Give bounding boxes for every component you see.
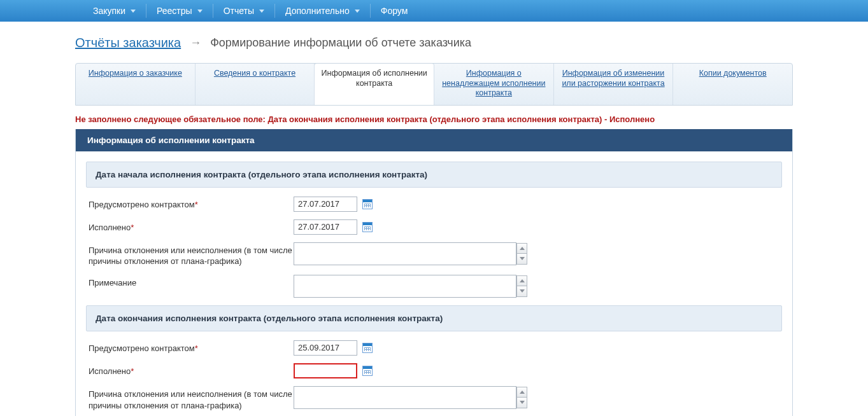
- chevron-down-icon: [520, 257, 525, 260]
- group-header-start-date: Дата начала исполнения контракта (отдель…: [86, 162, 782, 188]
- breadcrumb: Отчёты заказчика → Формирование информац…: [0, 22, 868, 63]
- tab-info-zakazchik[interactable]: Информация о заказчике: [76, 64, 196, 105]
- nav-label: Форум: [381, 6, 408, 16]
- breadcrumb-current: Формирование информации об отчете заказч…: [210, 36, 471, 50]
- row-end-reason: Причина отклонения или неисполнения (в т…: [86, 382, 782, 415]
- section-header: Информация об исполнении контракта: [76, 129, 792, 151]
- tab-label: Сведения о контракте: [214, 69, 295, 78]
- group-header-end-date: Дата окончания исполнения контракта (отд…: [86, 305, 782, 331]
- nav-item-otchety[interactable]: Отчеты: [217, 0, 271, 22]
- tab-strip: Информация о заказчике Сведения о контра…: [75, 63, 793, 106]
- row-start-planned: Предусмотрено контрактом*: [86, 193, 782, 216]
- row-end-planned: Предусмотрено контрактом*: [86, 336, 782, 359]
- chevron-down-icon: [520, 289, 525, 293]
- field-label: Предусмотрено контрактом*: [86, 197, 294, 211]
- tab-label: Копии документов: [699, 69, 767, 78]
- nav-separator: [213, 4, 213, 18]
- end-reason-textarea[interactable]: [294, 386, 516, 409]
- chevron-down-icon: [520, 401, 525, 404]
- top-nav: Закупки Реестры Отчеты Дополнительно Фор…: [0, 0, 868, 22]
- content-panel: Информация об исполнении контракта Дата …: [75, 129, 793, 416]
- tab-info-izmenenie[interactable]: Информация об изменении или расторжении …: [554, 64, 674, 105]
- start-reason-textarea[interactable]: [294, 242, 516, 265]
- row-start-done: Исполнено*: [86, 216, 782, 239]
- validation-error-message: Не заполнено следующее обязательное поле…: [75, 106, 793, 129]
- scroll-up-button[interactable]: [516, 387, 527, 398]
- tab-label: Информация о ненадлежащем исполнении кон…: [442, 69, 545, 97]
- field-label: Исполнено*: [86, 219, 294, 233]
- start-done-date-input[interactable]: [294, 219, 357, 235]
- tab-label: Информация о заказчике: [89, 69, 182, 78]
- row-start-note: Примечание: [86, 271, 782, 302]
- chevron-down-icon: [197, 10, 203, 13]
- nav-separator: [146, 4, 146, 18]
- nav-item-forum[interactable]: Форум: [374, 0, 418, 22]
- calendar-icon[interactable]: [362, 199, 373, 209]
- field-label: Причина отклонения или неисполнения (в т…: [86, 386, 294, 411]
- nav-label: Отчеты: [224, 6, 254, 16]
- nav-separator: [274, 4, 275, 18]
- row-end-done: Исполнено*: [86, 359, 782, 382]
- breadcrumb-root-link[interactable]: Отчёты заказчика: [75, 36, 181, 50]
- tab-kopii-dokumentov[interactable]: Копии документов: [673, 64, 792, 105]
- chevron-up-icon: [520, 391, 525, 394]
- tab-info-ispolnenie[interactable]: Информация об исполнении контракта: [315, 63, 434, 105]
- calendar-icon[interactable]: [362, 366, 373, 376]
- scroll-down-button[interactable]: [516, 254, 527, 265]
- nav-item-dopolnitelno[interactable]: Дополнительно: [279, 0, 366, 22]
- chevron-up-icon: [520, 247, 525, 250]
- tab-label: Информация об изменении или расторжении …: [562, 69, 664, 88]
- calendar-icon[interactable]: [362, 343, 373, 353]
- tab-svedeniya-kontrakt[interactable]: Сведения о контракте: [196, 64, 315, 105]
- nav-label: Реестры: [157, 6, 192, 16]
- scroll-up-button[interactable]: [516, 275, 527, 286]
- nav-item-zakupki[interactable]: Закупки: [87, 0, 142, 22]
- textarea-scroll: [516, 387, 527, 408]
- end-planned-date-input[interactable]: [294, 340, 357, 356]
- chevron-up-icon: [520, 279, 525, 282]
- chevron-down-icon: [131, 10, 136, 13]
- textarea-scroll: [516, 275, 527, 297]
- start-planned-date-input[interactable]: [294, 197, 357, 212]
- nav-separator: [370, 4, 371, 18]
- field-label: Предусмотрено контрактом*: [86, 340, 294, 354]
- nav-item-reestry[interactable]: Реестры: [150, 0, 209, 22]
- field-label: Исполнено*: [86, 363, 294, 377]
- start-note-textarea[interactable]: [294, 275, 516, 298]
- tab-label: Информация об исполнении контракта: [322, 69, 427, 88]
- textarea-scroll: [516, 243, 527, 265]
- chevron-down-icon: [355, 10, 360, 13]
- calendar-icon[interactable]: [362, 222, 373, 232]
- nav-label: Закупки: [93, 6, 125, 16]
- field-label: Причина отклонения или неисполнения (в т…: [86, 242, 294, 267]
- arrow-right-icon: →: [190, 36, 201, 50]
- row-start-reason: Причина отклонения или неисполнения (в т…: [86, 239, 782, 271]
- scroll-down-button[interactable]: [516, 286, 527, 297]
- field-label: Примечание: [86, 275, 294, 289]
- nav-label: Дополнительно: [285, 6, 350, 16]
- tab-info-nenadlezh[interactable]: Информация о ненадлежащем исполнении кон…: [434, 64, 554, 105]
- scroll-down-button[interactable]: [516, 398, 527, 408]
- end-done-date-input[interactable]: [294, 363, 357, 378]
- chevron-down-icon: [259, 10, 264, 13]
- scroll-up-button[interactable]: [516, 243, 527, 254]
